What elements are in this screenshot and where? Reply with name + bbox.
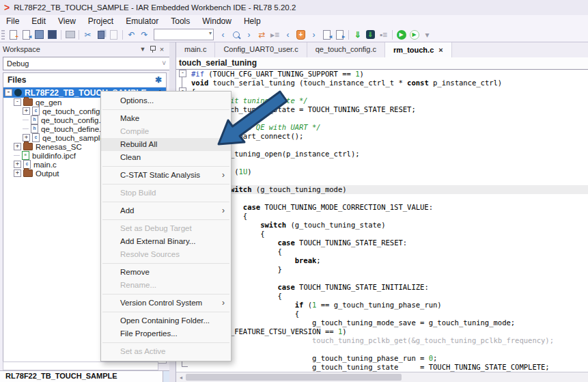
menu-help[interactable]: Help: [238, 15, 267, 27]
prev-bookmark-icon[interactable]: ‹: [281, 29, 294, 40]
workspace-title: Workspace: [3, 45, 40, 53]
editor-tab-main-c[interactable]: main.c: [176, 42, 215, 57]
menu-separator: [101, 182, 231, 187]
find-next-icon[interactable]: ›: [242, 29, 255, 40]
undo-icon[interactable]: ↶: [125, 29, 138, 40]
swap-icon[interactable]: ⇄: [255, 29, 268, 40]
menu-edit[interactable]: Edit: [25, 15, 52, 27]
toggle-bookmark-icon[interactable]: +: [294, 29, 307, 40]
tree-item-label: buildinfo.ipcf: [32, 152, 76, 160]
expand-icon[interactable]: +: [14, 143, 21, 150]
settings-gear-icon[interactable]: ✱: [155, 75, 162, 85]
find-icon[interactable]: [229, 29, 242, 40]
debug-icon[interactable]: ▶: [395, 29, 408, 40]
expand-icon[interactable]: +: [14, 161, 21, 168]
expand-icon[interactable]: +: [23, 107, 30, 115]
search-input[interactable]: [154, 29, 214, 40]
fold-marker-icon[interactable]: -: [179, 70, 186, 77]
function-breadcrumb: touch_serial_tuning: [176, 57, 588, 70]
find-prev-icon[interactable]: ‹: [216, 29, 229, 40]
next-bookmark-icon[interactable]: ›: [307, 29, 320, 40]
download-icon[interactable]: ⇓: [351, 29, 364, 40]
expand-icon[interactable]: +: [14, 169, 21, 177]
save-all-icon[interactable]: [46, 29, 59, 40]
configuration-dropdown[interactable]: Debug: [3, 57, 170, 70]
expand-icon[interactable]: +: [23, 134, 30, 141]
context-menu-item-version-control-system[interactable]: Version Control System›: [101, 297, 231, 310]
next-doc-icon[interactable]: ▸: [333, 29, 346, 40]
code-line: [176, 159, 588, 167]
context-menu-item-c-stat-static-analysis[interactable]: C-STAT Static Analysis›: [101, 169, 231, 182]
code-line: switch (g_touch_tuning_state): [176, 221, 588, 230]
context-menu-item-make[interactable]: Make: [101, 112, 231, 125]
open-file-icon[interactable]: ◂: [20, 29, 33, 40]
folder-icon: [23, 169, 33, 177]
context-menu-item-options[interactable]: Options...: [101, 94, 231, 107]
code-line: [176, 141, 588, 150]
files-column-header[interactable]: Files ✱: [3, 73, 166, 87]
main-toolbar: +◂✂↶↷‹›⇄▸≡‹+›◂▸⇓⇓▪≡▶▶▾: [0, 27, 588, 42]
menu-separator: [101, 340, 231, 345]
context-menu-item-remove[interactable]: Remove: [101, 266, 231, 279]
context-menu-item-file-properties[interactable]: File Properties...: [101, 327, 231, 340]
new-file-icon[interactable]: +: [7, 29, 20, 40]
context-menu-item-add-external-binary[interactable]: Add External Binary...: [101, 235, 231, 248]
context-menu-item-clean[interactable]: Clean: [101, 151, 231, 164]
download-and-debug-icon[interactable]: ⇓: [364, 29, 377, 40]
workspace-project-tab[interactable]: RL78F22_TB_TOUCH_SAMPLE: [0, 371, 163, 382]
code-line: {: [176, 310, 588, 318]
menu-separator: [101, 310, 231, 314]
tree-horizontal-scrollbar[interactable]: [3, 361, 158, 370]
tree-item-label: Renesas_SC: [36, 143, 82, 151]
menu-file[interactable]: File: [0, 15, 25, 27]
redo-icon[interactable]: ↷: [138, 29, 151, 40]
menu-separator: [101, 292, 231, 297]
menu-project[interactable]: Project: [82, 15, 120, 27]
tab-close-icon[interactable]: ×: [438, 43, 443, 57]
close-icon[interactable]: ×: [157, 45, 167, 53]
code-line: g_touch_tuning_state = TOUCH_TUNING_STAT…: [176, 363, 588, 372]
breakpoints-icon[interactable]: ▪≡: [377, 29, 390, 40]
menu-separator: [101, 164, 231, 169]
copy-icon[interactable]: [94, 29, 107, 40]
print-icon[interactable]: [64, 29, 76, 40]
code-line: case TOUCH_TUNING_MODE_CORRECTION_1ST_VA…: [176, 203, 588, 212]
menu-emulator[interactable]: Emulator: [120, 15, 165, 27]
editor-tab-qe-touch-config-c[interactable]: qe_touch_config.c: [307, 42, 385, 57]
pin-icon[interactable]: [148, 45, 157, 53]
debug-without-downloading-icon[interactable]: ▶: [408, 29, 421, 40]
scrollbar-thumb[interactable]: [186, 374, 402, 381]
context-menu-item-open-containing-folder[interactable]: Open Containing Folder...: [101, 314, 231, 327]
code-line: break;: [176, 256, 588, 265]
context-menu-item-rebuild-all[interactable]: Rebuild All: [101, 138, 231, 151]
c-file-icon: c: [32, 133, 40, 142]
prev-doc-icon[interactable]: ◂: [320, 29, 333, 40]
h-file-icon: h: [31, 115, 38, 124]
ipcf-file-icon: ≡: [22, 151, 29, 160]
context-menu-item-add[interactable]: Add›: [101, 204, 231, 217]
editor-tab-rm-touch-c[interactable]: rm_touch.c×: [385, 42, 452, 57]
collapse-icon[interactable]: -: [5, 89, 12, 96]
menu-separator: [101, 200, 231, 204]
save-icon[interactable]: [33, 29, 46, 40]
dock-arrow-icon[interactable]: ▼: [138, 46, 148, 53]
code-editor[interactable]: #if (TOUCH_CFG_UART_TUNING_SUPPORT == 1)…: [176, 70, 588, 372]
iar-logo-icon: >: [4, 1, 10, 14]
paste-icon[interactable]: [107, 29, 120, 40]
project-context-menu: Options...MakeCompileRebuild AllCleanC-S…: [100, 91, 232, 361]
menu-tools[interactable]: Tools: [165, 15, 196, 27]
scroll-left-icon[interactable]: ◂: [176, 374, 186, 381]
workspace-header: Workspace ▼ ×: [0, 42, 169, 56]
code-line: g_touch_tuning_phase_run = 0;: [176, 354, 588, 363]
toolbar-separator: [61, 30, 61, 40]
submenu-arrow-icon: ›: [222, 169, 225, 182]
menu-window[interactable]: Window: [196, 15, 238, 27]
menu-view[interactable]: View: [52, 15, 82, 27]
toolbar-overflow[interactable]: ▾: [421, 29, 434, 40]
cut-icon[interactable]: ✂: [81, 29, 94, 40]
collapse-icon[interactable]: -: [14, 98, 21, 106]
editor-horizontal-scrollbar[interactable]: ◂: [176, 372, 588, 382]
goto-icon[interactable]: ▸≡: [268, 29, 281, 40]
tree-connector: [23, 120, 29, 120]
editor-tab-config-uart0-user-c[interactable]: Config_UART0_user.c: [215, 42, 307, 57]
